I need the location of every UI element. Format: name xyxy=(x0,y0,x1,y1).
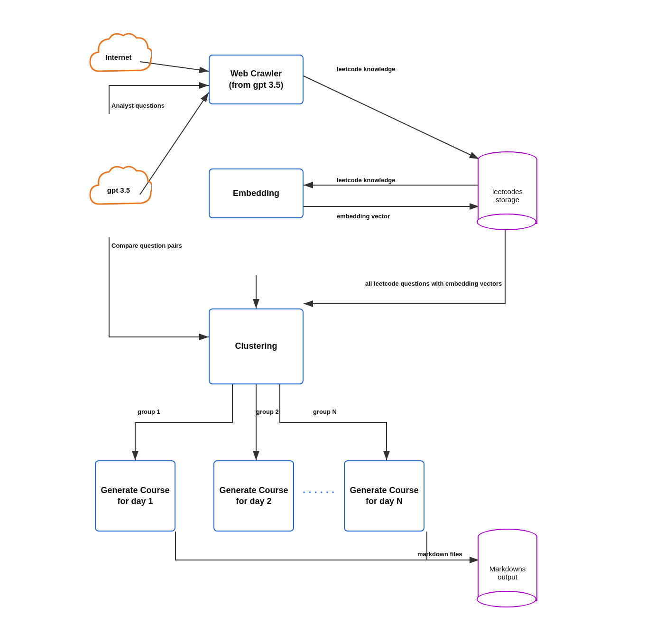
markdowns-output: Markdowns output xyxy=(477,522,538,607)
label-all-leetcode: all leetcode questions with embedding ve… xyxy=(365,280,502,287)
embedding-box: Embedding xyxy=(209,168,304,218)
diagram: Internet gpt 3.5 Web Crawler (from gpt 3… xyxy=(71,9,593,626)
label-markdown-files: markdown files xyxy=(417,551,462,558)
svg-line-1 xyxy=(304,76,479,159)
gpt35-label: gpt 3.5 xyxy=(107,186,130,194)
label-groupN: group N xyxy=(313,408,337,415)
web-crawler-label: Web Crawler (from gpt 3.5) xyxy=(229,68,284,91)
internet-label: Internet xyxy=(105,53,131,61)
web-crawler-box: Web Crawler (from gpt 3.5) xyxy=(209,55,304,104)
clustering-box: Clustering xyxy=(209,308,304,384)
label-analyst-questions: Analyst questions xyxy=(111,102,165,109)
ellipsis: · · · · · · xyxy=(303,486,334,499)
generate-day1-box: Generate Course for day 1 xyxy=(95,460,175,532)
generate-dayN-label: Generate Course for day N xyxy=(350,485,418,507)
gpt35-cloud: gpt 3.5 xyxy=(85,161,152,218)
leetcodes-storage: leetcodes storage xyxy=(477,145,538,230)
generate-day2-label: Generate Course for day 2 xyxy=(219,485,288,507)
label-compare-question-pairs: Compare question pairs xyxy=(111,242,182,249)
label-group2: group 2 xyxy=(256,408,279,415)
label-leetcode-knowledge-1: leetcode knowledge xyxy=(337,65,396,73)
generate-dayN-box: Generate Course for day N xyxy=(344,460,424,532)
clustering-label: Clustering xyxy=(235,341,277,352)
label-embedding-vector: embedding vector xyxy=(337,213,390,220)
generate-day2-box: Generate Course for day 2 xyxy=(213,460,294,532)
label-leetcode-knowledge-2: leetcode knowledge xyxy=(337,177,396,184)
label-group1: group 1 xyxy=(138,408,160,415)
leetcodes-storage-label: leetcodes storage xyxy=(492,187,523,204)
markdowns-output-label: Markdowns output xyxy=(489,565,526,581)
generate-day1-label: Generate Course for day 1 xyxy=(101,485,169,507)
embedding-label: Embedding xyxy=(233,188,279,199)
internet-cloud: Internet xyxy=(85,28,152,85)
